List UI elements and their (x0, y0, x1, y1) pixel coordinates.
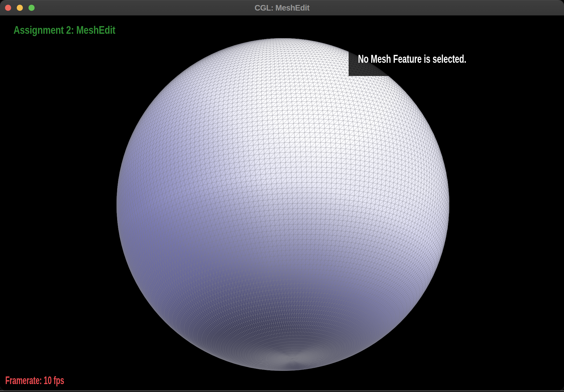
osd-panel: No Mesh Feature is selected. (349, 15, 564, 76)
framerate-readout: Framerate: 10 fps (5, 375, 64, 386)
minimize-button[interactable] (17, 5, 23, 11)
titlebar[interactable]: CGL: MeshEdit (0, 0, 564, 16)
zoom-button[interactable] (28, 5, 35, 11)
close-button[interactable] (5, 5, 11, 11)
osd-selection-message: No Mesh Feature is selected. (358, 53, 466, 65)
meshedit-window: Assignment 2: MeshEdit No Mesh Feature i… (0, 0, 564, 390)
screen: Assignment 2: MeshEdit No Mesh Feature i… (0, 0, 564, 392)
assignment-heading: Assignment 2: MeshEdit (13, 25, 115, 36)
window-title: CGL: MeshEdit (255, 4, 310, 13)
